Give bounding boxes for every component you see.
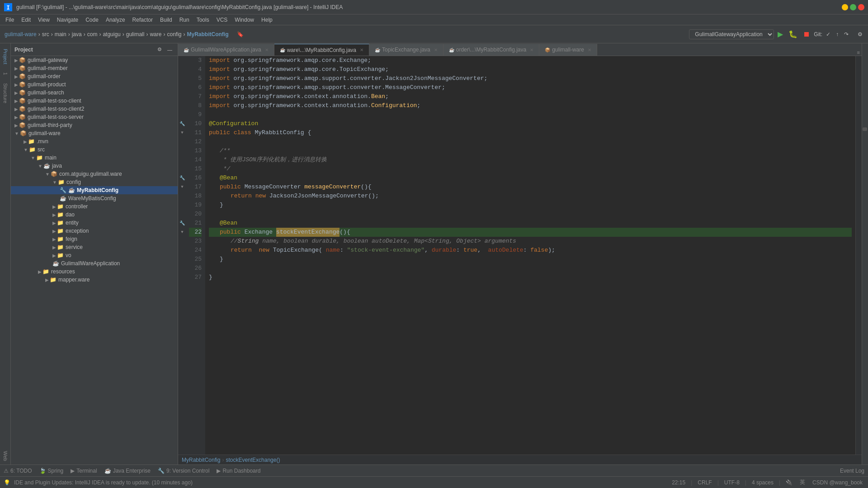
sidebar-collapse[interactable]: — (165, 46, 174, 53)
tree-mvn[interactable]: ▶ 📁 .mvn (11, 137, 178, 145)
tree-feign[interactable]: ▶ 📁 feign (11, 235, 178, 243)
maximize-button[interactable] (850, 4, 856, 10)
menu-code[interactable]: Code (82, 16, 102, 24)
menu-build[interactable]: Build (156, 16, 176, 24)
bottom-run-dashboard[interactable]: ▶ Run Dashboard (217, 468, 260, 474)
bc-gulimall[interactable]: gulimall (126, 31, 145, 38)
tab-myrabbitconfig[interactable]: ☕ ware\...\MyRabbitConfig.java ✕ (274, 44, 369, 56)
tree-gulimall-member[interactable]: ▶ 📦 gulimall-member (11, 64, 178, 72)
tree-dao[interactable]: ▶ 📁 dao (11, 211, 178, 219)
tree-controller[interactable]: ▶ 📁 controller (11, 202, 178, 211)
bc-atguigu[interactable]: atguigu (103, 31, 120, 38)
tree-config[interactable]: ▼ 📁 config (11, 178, 178, 186)
tree-exception[interactable]: ▶ 📁 exception (11, 227, 178, 235)
menu-vcs[interactable]: VCS (213, 16, 231, 24)
tree-gulimall-product[interactable]: ▶ 📦 gulimall-product (11, 80, 178, 89)
tab-close-5[interactable]: ✕ (588, 47, 591, 52)
left-icon-web[interactable]: Web (2, 447, 9, 465)
editor-scrollbar[interactable] (862, 43, 868, 465)
tab-gulimall-ware[interactable]: 📦 gulimall-ware ✕ (539, 44, 597, 56)
bc-ware[interactable]: ware (150, 31, 161, 38)
tree-java[interactable]: ▼ ☕ java (11, 162, 178, 170)
tree-gulimall-gateway[interactable]: ▶ 📦 gulimall-gateway (11, 56, 178, 64)
tab-topicexchange[interactable]: ☕ TopicExchange.java ✕ (369, 44, 443, 56)
tree-gulimall-third-party[interactable]: ▶ 📦 gulimall-third-party (11, 121, 178, 129)
tab-close-4[interactable]: ✕ (530, 47, 533, 52)
stop-button[interactable]: ⏹ (801, 29, 812, 39)
tab-close-2[interactable]: ✕ (360, 47, 363, 52)
tree-resources[interactable]: ▶ 📁 resources (11, 267, 178, 276)
code-line-25: } (209, 255, 852, 264)
code-line-13: /** (209, 146, 852, 155)
tree-vo[interactable]: ▶ 📁 vo (11, 251, 178, 259)
bottom-todo[interactable]: ⚠ 6: TODO (4, 468, 32, 474)
menu-file[interactable]: File (2, 16, 18, 24)
menu-analyze[interactable]: Analyze (102, 16, 129, 24)
settings-button[interactable]: ⚙ (856, 30, 864, 38)
tree-gulimall-test-sso-server[interactable]: ▶ 📦 gulimall-test-sso-server (11, 113, 178, 121)
line-ending[interactable]: CRLF (696, 479, 713, 486)
bc-config[interactable]: config (167, 31, 181, 38)
menu-help[interactable]: Help (258, 16, 276, 24)
bc-com[interactable]: com (87, 31, 98, 38)
menu-navigate[interactable]: Navigate (53, 16, 82, 24)
menu-edit[interactable]: Edit (18, 16, 34, 24)
bottom-java-enterprise[interactable]: ☕ Java Enterprise (104, 468, 151, 474)
tree-gulimall-order[interactable]: ▶ 📦 gulimall-order (11, 72, 178, 80)
title-text: gulimall [F:\gulimall] - ...\gulimall-wa… (16, 4, 842, 10)
bc-main[interactable]: main (55, 31, 66, 38)
git-push[interactable]: ↑ (834, 30, 840, 38)
tree-waremybatisconfig[interactable]: ☕ WareMyBatisConfig (11, 194, 178, 202)
tree-gulimallwareapp[interactable]: ☕ GulimallWareApplication (11, 259, 178, 267)
bc-myrabbitconfig-class[interactable]: MyRabbitConfig (182, 457, 220, 463)
toolbar-bookmark[interactable]: 🔖 (235, 30, 245, 38)
collapse-17[interactable]: ▼ (181, 185, 183, 189)
menu-refactor[interactable]: Refactor (129, 16, 156, 24)
collapse-22[interactable]: ▼ (181, 230, 183, 235)
tab-settings[interactable]: ≡ (857, 50, 860, 56)
bottom-version-control[interactable]: 🔧 9: Version Control (158, 468, 209, 474)
tab-close-3[interactable]: ✕ (434, 47, 438, 52)
bc-src[interactable]: src (42, 31, 49, 38)
bc-gulimall-ware[interactable]: gulimall-ware (5, 31, 37, 38)
tab-order-myrabbitconfig[interactable]: ☕ order\...\MyRabbitConfig.java ✕ (443, 44, 539, 56)
encoding[interactable]: UTF-8 (722, 479, 741, 486)
collapse-11[interactable]: ▼ (181, 131, 183, 135)
tree-main[interactable]: ▼ 📁 main (11, 154, 178, 162)
tree-src[interactable]: ▼ 📁 src (11, 145, 178, 154)
menu-tools[interactable]: Tools (193, 16, 213, 24)
run-config-select[interactable]: GulimallGatewayApplication (689, 29, 774, 39)
git-update[interactable]: ✓ (824, 30, 832, 38)
tree-gulimall-search[interactable]: ▶ 📦 gulimall-search (11, 89, 178, 97)
left-icon-project[interactable]: Project (2, 45, 9, 68)
minimize-button[interactable] (842, 4, 848, 10)
code-editor[interactable]: import org.springframework.amqp.core.Exc… (205, 56, 855, 455)
tree-myrabbitconfig[interactable]: 🔧 ☕ MyRabbitConfig (11, 186, 178, 194)
menu-view[interactable]: View (34, 16, 53, 24)
tree-mapper-ware[interactable]: ▶ 📁 mapper.ware (11, 276, 178, 284)
left-icon-structure[interactable]: Structure (2, 80, 9, 107)
tab-gulimallware-app[interactable]: ☕ GulimallWareApplication.java ✕ (178, 44, 274, 56)
debug-button[interactable]: 🐛 (787, 29, 799, 39)
bottom-event-log[interactable]: Event Log (840, 468, 864, 474)
bc-java[interactable]: java (72, 31, 82, 38)
git-history[interactable]: ↷ (842, 30, 850, 38)
tab-close-1[interactable]: ✕ (265, 47, 269, 52)
tree-service[interactable]: ▶ 📁 service (11, 243, 178, 251)
tree-package[interactable]: ▼ 📦 com.atguigu.gulimall.ware (11, 170, 178, 178)
bottom-spring[interactable]: 🍃 Spring (39, 468, 64, 474)
close-button[interactable] (858, 4, 864, 10)
tree-gulimall-test-sso-client[interactable]: ▶ 📦 gulimall-test-sso-client (11, 97, 178, 105)
menu-run[interactable]: Run (176, 16, 193, 24)
left-icon-1[interactable]: 1 (2, 69, 9, 79)
menu-window[interactable]: Window (231, 16, 258, 24)
bc-stockeventexchange[interactable]: stockEventExchange() (226, 457, 280, 463)
indent[interactable]: 4 spaces (750, 479, 775, 486)
tree-gulimall-test-sso-client2[interactable]: ▶ 📦 gulimall-test-sso-client2 (11, 105, 178, 113)
run-button[interactable]: ▶ (776, 29, 785, 39)
tree-entity[interactable]: ▶ 📁 entity (11, 219, 178, 227)
tree-gulimall-ware[interactable]: ▼ 📦 gulimall-ware (11, 129, 178, 137)
sidebar-settings[interactable]: ⚙ (156, 46, 164, 53)
bottom-terminal[interactable]: ▶ Terminal (71, 468, 97, 474)
bc-myrabbitconfig[interactable]: MyRabbitConfig (187, 31, 229, 38)
